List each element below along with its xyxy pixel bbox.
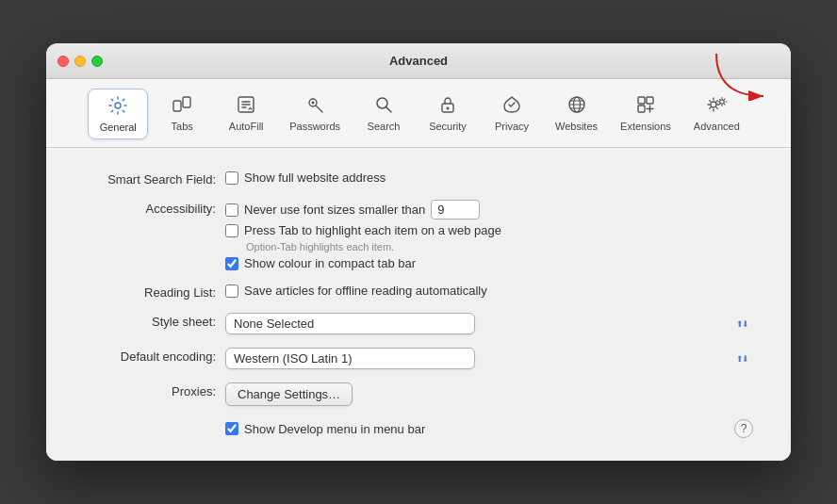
stylesheet-content: None Selected ⬆⬇ bbox=[225, 313, 753, 334]
help-button[interactable]: ? bbox=[734, 419, 753, 438]
svg-rect-21 bbox=[638, 106, 645, 112]
encoding-row: Default encoding: Western (ISO Latin 1) … bbox=[84, 348, 753, 369]
titlebar: Advanced bbox=[46, 43, 791, 79]
stylesheet-row: Style sheet: None Selected ⬆⬇ bbox=[84, 313, 753, 334]
encoding-label: Default encoding: bbox=[84, 348, 225, 364]
show-full-address-row: Show full website address bbox=[225, 171, 753, 185]
toolbar: General Tabs Auto bbox=[46, 79, 791, 148]
tab-websites[interactable]: Websites bbox=[546, 89, 607, 139]
tab-search[interactable]: Search bbox=[353, 89, 414, 139]
bottom-row: Show Develop menu in menu bar ? bbox=[84, 419, 753, 438]
tab-search-label: Search bbox=[368, 121, 401, 132]
smart-search-content: Show full website address bbox=[225, 171, 753, 185]
proxies-label: Proxies: bbox=[84, 382, 225, 398]
preferences-window: Advanced General Tabs bbox=[46, 43, 791, 461]
autofill-icon bbox=[236, 94, 256, 119]
tab-advanced[interactable]: Advanced bbox=[684, 89, 749, 139]
close-button[interactable] bbox=[57, 56, 69, 67]
tab-autofill[interactable]: AutoFill bbox=[216, 89, 276, 139]
tab-extensions-label: Extensions bbox=[620, 121, 671, 132]
option-tab-hint: Option-Tab highlights each item. bbox=[246, 241, 753, 252]
never-use-font-checkbox[interactable] bbox=[225, 203, 238, 217]
tab-passwords-label: Passwords bbox=[289, 121, 340, 132]
save-articles-checkbox[interactable] bbox=[225, 285, 238, 298]
proxies-content: Change Settings… bbox=[225, 382, 753, 406]
font-size-wrapper: 9 10 11 12 bbox=[431, 200, 480, 219]
svg-point-22 bbox=[711, 102, 716, 107]
press-tab-checkbox[interactable] bbox=[225, 224, 238, 237]
reading-list-content: Save articles for offline reading automa… bbox=[225, 284, 753, 298]
red-arrow bbox=[712, 49, 778, 101]
websites-icon bbox=[566, 94, 587, 119]
encoding-arrow-icon: ⬆⬇ bbox=[736, 354, 747, 363]
search-icon bbox=[373, 94, 394, 119]
window-title: Advanced bbox=[389, 54, 448, 68]
smart-search-row: Smart Search Field: Show full website ad… bbox=[84, 171, 753, 187]
tabs-icon bbox=[172, 94, 192, 119]
traffic-lights bbox=[57, 56, 103, 67]
svg-rect-19 bbox=[638, 97, 645, 104]
show-full-address-checkbox[interactable] bbox=[225, 171, 238, 185]
tab-privacy[interactable]: Privacy bbox=[482, 89, 542, 139]
tab-websites-label: Websites bbox=[555, 121, 598, 132]
tab-privacy-label: Privacy bbox=[495, 121, 529, 132]
passwords-icon bbox=[304, 94, 325, 119]
proxies-row: Proxies: Change Settings… bbox=[84, 382, 753, 406]
tab-security[interactable]: Security bbox=[418, 89, 478, 139]
show-full-address-text: Show full website address bbox=[244, 171, 386, 185]
press-tab-row: Press Tab to highlight each item on a we… bbox=[225, 223, 753, 237]
encoding-select-wrapper: Western (ISO Latin 1) ⬆⬇ bbox=[225, 348, 753, 369]
tab-security-label: Security bbox=[429, 121, 467, 132]
tab-autofill-label: AutoFill bbox=[229, 121, 264, 132]
minimize-button[interactable] bbox=[74, 56, 86, 67]
svg-rect-1 bbox=[173, 101, 181, 111]
general-icon bbox=[107, 95, 128, 120]
svg-rect-20 bbox=[647, 97, 653, 104]
reading-list-label: Reading List: bbox=[84, 284, 225, 300]
encoding-content: Western (ISO Latin 1) ⬆⬇ bbox=[225, 348, 753, 369]
extensions-icon bbox=[635, 94, 656, 119]
settings-content: Smart Search Field: Show full website ad… bbox=[46, 148, 791, 461]
develop-menu-row: Show Develop menu in menu bar bbox=[225, 422, 734, 436]
tab-general-label: General bbox=[100, 122, 137, 133]
stylesheet-label: Style sheet: bbox=[84, 313, 225, 329]
save-articles-row: Save articles for offline reading automa… bbox=[225, 284, 753, 298]
stylesheet-select[interactable]: None Selected bbox=[225, 313, 475, 334]
develop-menu-checkbox[interactable] bbox=[225, 422, 238, 435]
security-icon bbox=[437, 94, 458, 119]
stylesheet-arrow-icon: ⬆⬇ bbox=[736, 319, 747, 328]
encoding-select[interactable]: Western (ISO Latin 1) bbox=[225, 348, 475, 369]
privacy-icon bbox=[501, 94, 522, 119]
accessibility-label: Accessibility: bbox=[84, 200, 225, 216]
accessibility-row: Accessibility: Never use font sizes smal… bbox=[84, 200, 753, 270]
font-size-select[interactable]: 9 10 11 12 bbox=[431, 200, 480, 219]
never-use-font-text: Never use font sizes smaller than bbox=[244, 203, 425, 217]
tab-tabs[interactable]: Tabs bbox=[152, 89, 212, 139]
accessibility-content: Never use font sizes smaller than 9 10 1… bbox=[225, 200, 753, 270]
tab-advanced-label: Advanced bbox=[694, 121, 740, 132]
reading-list-row: Reading List: Save articles for offline … bbox=[84, 284, 753, 300]
show-colour-row: Show colour in compact tab bar bbox=[225, 256, 753, 270]
svg-point-9 bbox=[312, 102, 315, 105]
stylesheet-select-wrapper: None Selected ⬆⬇ bbox=[225, 313, 753, 334]
smart-search-label: Smart Search Field: bbox=[84, 171, 225, 187]
tab-extensions[interactable]: Extensions bbox=[611, 89, 681, 139]
svg-line-11 bbox=[386, 107, 392, 113]
maximize-button[interactable] bbox=[91, 56, 103, 67]
press-tab-text: Press Tab to highlight each item on a we… bbox=[244, 223, 501, 237]
svg-line-8 bbox=[316, 106, 322, 112]
svg-point-0 bbox=[115, 103, 121, 108]
save-articles-text: Save articles for offline reading automa… bbox=[244, 284, 487, 298]
svg-point-13 bbox=[447, 107, 450, 110]
show-colour-checkbox[interactable] bbox=[225, 257, 238, 270]
show-colour-text: Show colour in compact tab bar bbox=[244, 256, 416, 270]
never-use-font-row: Never use font sizes smaller than 9 10 1… bbox=[225, 200, 753, 219]
develop-menu-text: Show Develop menu in menu bar bbox=[244, 422, 425, 436]
tab-passwords[interactable]: Passwords bbox=[280, 89, 350, 139]
tab-tabs-label: Tabs bbox=[172, 121, 193, 132]
tab-general[interactable]: General bbox=[88, 89, 148, 139]
svg-rect-2 bbox=[183, 97, 190, 107]
change-settings-button[interactable]: Change Settings… bbox=[225, 382, 353, 406]
